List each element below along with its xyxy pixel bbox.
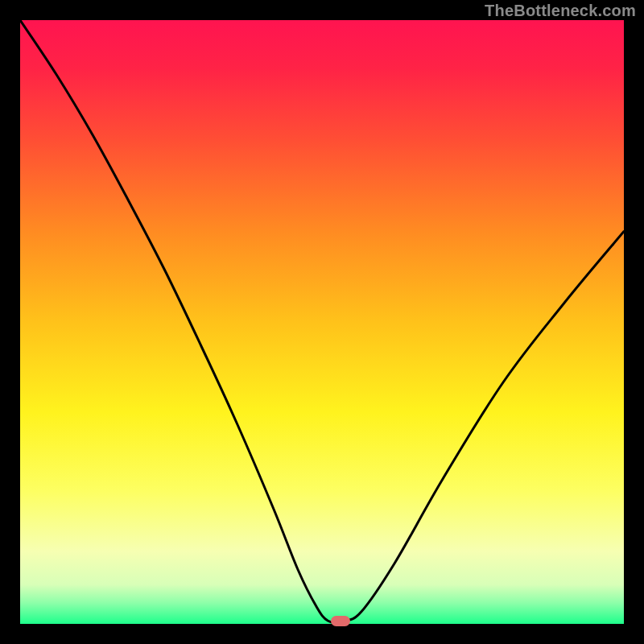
watermark-text: TheBottleneck.com: [485, 2, 636, 20]
plot-area: [20, 20, 624, 624]
optimal-marker: [331, 616, 350, 626]
gradient-background: [20, 20, 624, 624]
chart-frame: TheBottleneck.com: [0, 0, 644, 644]
chart-svg: [20, 20, 624, 624]
